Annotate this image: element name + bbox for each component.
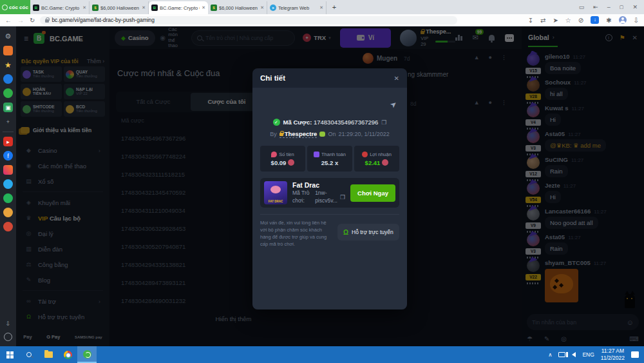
browser-tab-5[interactable]: ➤Telegram Web✕: [267, 1, 327, 14]
maximize-button[interactable]: ▢: [620, 5, 624, 10]
tray-expand-icon[interactable]: ∧: [548, 351, 552, 358]
whatsapp-icon[interactable]: [3, 193, 13, 203]
coccoc-brand-label: cốc cốc: [9, 5, 28, 10]
chrome-taskbar-icon[interactable]: [58, 346, 77, 363]
bookmark-star-icon[interactable]: ☆: [565, 17, 571, 24]
bet-id-row: ✓ Mã Cược: 1748304354967367296 ❐: [260, 119, 399, 126]
bet-stats: Số tiền $0.09 Thanh toán 25.2 x Lợi nhuậ…: [260, 146, 399, 172]
accessibility-icon[interactable]: [4, 333, 12, 341]
window-controls: ▭ ⇤ – ▢ ✕: [579, 0, 644, 14]
language-indicator[interactable]: ENG: [582, 351, 594, 358]
youtube-icon[interactable]: ▸: [3, 137, 13, 146]
profile-icon[interactable]: [619, 16, 627, 24]
modal-title: Chi tiết: [260, 74, 285, 82]
telegram-shortcut-icon[interactable]: [3, 179, 13, 189]
start-button[interactable]: [0, 346, 19, 363]
bcgame-site: ≡ B BC.GAME Đặc quyền VIP của tôi Thêm ›…: [16, 26, 644, 346]
close-modal-icon[interactable]: ✕: [394, 75, 399, 82]
messenger-icon[interactable]: [3, 74, 13, 84]
browser-tab-3-active[interactable]: BBC.Game: Crypto Casino Gan✕: [149, 1, 208, 14]
tab-close-icon[interactable]: ✕: [142, 5, 146, 10]
browser-tab-strip: cốc cốc BBC.Game: Crypto Casino Gan✕ $$6…: [0, 0, 644, 14]
bet-author-row: By Thespectre On 21:29:20, 1/11/2022: [260, 130, 399, 138]
coccoc-taskbar-icon[interactable]: [77, 346, 97, 363]
tab-title: BC.Game: Crypto Casino Gan: [160, 5, 200, 11]
game-card: Fat Drac Mã Trò chơi:1nw-piscv5v...❐ Chơ…: [260, 178, 399, 208]
verified-check-icon: ✓: [273, 119, 280, 126]
tab-close-icon[interactable]: ✕: [82, 5, 86, 10]
taskbar-search-icon[interactable]: [19, 346, 39, 363]
minimize-button[interactable]: –: [607, 4, 611, 10]
support-text: Mọi vấn đề, xin vui lòng liên hệ với bộ …: [260, 220, 332, 248]
telegram-favicon: ➤: [270, 5, 276, 11]
browser-tab-4[interactable]: $$6,000 Halloween Slot Battle✕: [208, 1, 267, 14]
modal-header: Chi tiết ✕: [252, 68, 407, 88]
collapse-rail-icon[interactable]: ⇩: [6, 320, 11, 327]
fat-drac-thumbnail[interactable]: [264, 181, 287, 204]
coccoc-sidebar: ⚙ ★ ▣ + ▸ f ⇩: [0, 26, 16, 346]
share-bet-icon[interactable]: ➤: [388, 99, 399, 110]
browser-tab-1[interactable]: BBC.Game: Crypto Casino Gan✕: [30, 1, 90, 14]
action-center-icon[interactable]: [631, 351, 639, 358]
facebook-icon[interactable]: f: [3, 151, 13, 161]
stat-payout: Thanh toán 25.2 x: [307, 146, 352, 172]
games-icon[interactable]: ▣: [3, 103, 13, 112]
url-text[interactable]: bc.game/vi/game/fat-drac-by-push-gaming: [52, 17, 155, 23]
adblock-shield-icon[interactable]: ⊘: [578, 17, 583, 24]
lock-icon: [45, 19, 49, 23]
app-shortcut-icon[interactable]: [3, 46, 13, 55]
play-now-button[interactable]: Chơi Ngay: [350, 184, 395, 202]
panel-icon[interactable]: ⇤: [593, 4, 598, 10]
forward-icon[interactable]: →: [17, 17, 24, 24]
browser-toolbar: ← → ↻ bc.game/vi/game/fat-drac-by-push-g…: [0, 14, 644, 26]
address-bar[interactable]: bc.game/vi/game/fat-drac-by-push-gaming: [40, 16, 457, 25]
cast-icon[interactable]: ▭: [579, 4, 585, 10]
download-active-icon[interactable]: ↓: [591, 16, 599, 24]
frog-badge-icon: [319, 132, 325, 137]
stat-profit: Lợi nhuận $2.41: [354, 146, 399, 172]
bet-timestamp: 21:29:20, 1/11/2022: [338, 131, 389, 137]
tab-close-icon[interactable]: ✕: [202, 5, 205, 10]
back-icon[interactable]: ←: [5, 17, 12, 24]
bet-author-link[interactable]: Thespectre: [279, 130, 317, 138]
coccoc-browser-logo[interactable]: cốc cốc: [0, 0, 30, 14]
share-icon[interactable]: ➤: [553, 17, 558, 24]
windows-taskbar: ∧ ENG 11:27 AM11/2/2022: [0, 346, 644, 363]
tab-close-icon[interactable]: ✕: [319, 5, 323, 10]
volume-icon[interactable]: [572, 352, 576, 357]
file-explorer-icon[interactable]: [39, 346, 58, 363]
dollar-favicon: $: [211, 5, 217, 11]
copy-icon[interactable]: ❐: [381, 119, 386, 126]
new-tab-button[interactable]: +: [329, 3, 339, 13]
green-app-icon[interactable]: [3, 88, 13, 98]
tab-close-icon[interactable]: ✕: [260, 5, 264, 10]
coin-icon: [382, 159, 388, 166]
modal-body: ➤ ✓ Mã Cược: 1748304354967367296 ❐ By Th…: [252, 88, 407, 309]
reload-icon[interactable]: ↻: [30, 17, 35, 24]
add-shortcut-icon[interactable]: +: [3, 117, 13, 126]
red-app-icon[interactable]: [3, 222, 13, 231]
gear-icon[interactable]: ⚙: [3, 32, 13, 41]
lock-icon: [279, 133, 283, 136]
divider: [260, 214, 399, 215]
star-shortcut-icon[interactable]: ★: [3, 60, 13, 70]
bcgame-favicon: B: [151, 5, 158, 11]
close-window-button[interactable]: ✕: [632, 4, 638, 10]
stat-amount: Số tiền $0.09: [260, 146, 305, 172]
tab-title: $6,000 Halloween Slot Battle: [100, 5, 140, 11]
taskbar-clock[interactable]: 11:27 AM11/2/2022: [601, 348, 625, 362]
extension-icon[interactable]: ✱: [606, 17, 611, 24]
translate-icon[interactable]: ⇄: [540, 17, 545, 24]
support-row: Mọi vấn đề, xin vui lòng liên hệ với bộ …: [260, 220, 399, 248]
copy-icon[interactable]: ❐: [340, 193, 345, 202]
browser-tab-2[interactable]: $$6,000 Halloween Slot Battle✕: [90, 1, 149, 14]
save-page-icon[interactable]: ↧: [528, 17, 533, 24]
orange-app-icon[interactable]: [3, 208, 13, 217]
bet-id-value: 1748304354967367296: [314, 119, 378, 126]
instagram-icon[interactable]: [3, 165, 13, 175]
live-support-button[interactable]: ΩHỗ trợ trực tuyến: [337, 224, 399, 240]
network-icon[interactable]: [558, 352, 565, 357]
moneybag-icon: [362, 152, 368, 157]
browser-viewport: ⚙ ★ ▣ + ▸ f ⇩ ≡ B BC.GAME Đặc quyền VIP …: [0, 26, 644, 346]
downloads-tray-icon[interactable]: ⇩: [634, 17, 639, 24]
